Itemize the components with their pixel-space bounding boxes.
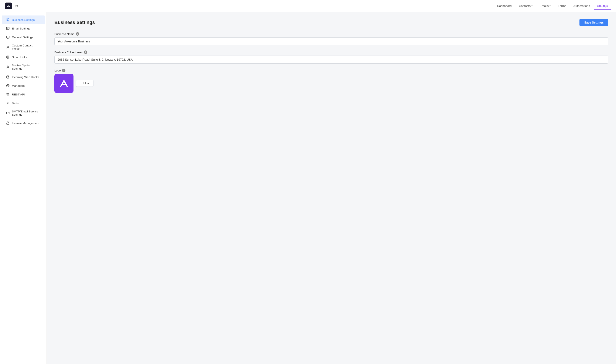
top-nav: Pro Dashboard Contacts ▾ Emails ▾ Forms … [0, 0, 616, 12]
logo-section: + Upload [54, 74, 608, 93]
monitor-icon [6, 35, 10, 39]
save-settings-button[interactable]: Save Settings [579, 19, 608, 26]
api-icon [6, 92, 10, 96]
sidebar-label-email-settings: Email Settings [12, 27, 30, 30]
upload-logo-button[interactable]: + Upload [76, 80, 94, 87]
business-address-group: Business Full Address i [54, 51, 608, 64]
business-address-input[interactable] [54, 56, 608, 64]
emails-chevron-icon: ▾ [549, 5, 551, 7]
mail-icon [6, 26, 10, 30]
sidebar-label-managers: Managers [12, 84, 25, 87]
business-name-input[interactable] [54, 37, 608, 45]
logo-info-icon[interactable]: i [62, 69, 65, 72]
svg-point-6 [7, 46, 8, 47]
managers-icon [6, 84, 10, 88]
sidebar-label-incoming-webhooks: Incoming Web Hooks [12, 76, 39, 79]
svg-point-9 [7, 66, 8, 67]
business-name-info-icon[interactable]: i [76, 32, 79, 36]
svg-point-12 [7, 103, 8, 104]
sidebar-item-incoming-webhooks[interactable]: Incoming Web Hooks [2, 73, 45, 81]
tools-icon [6, 101, 10, 105]
sidebar-item-custom-contact-fields[interactable]: Custom Contact Fields [2, 42, 45, 52]
main-content: Business Settings Save Settings Business… [47, 12, 616, 364]
sidebar-item-smtp[interactable]: SMTP/Email Service Settings [2, 107, 45, 118]
person-check-icon [6, 65, 10, 69]
business-name-group: Business Name i [54, 32, 608, 45]
sidebar-label-tools: Tools [12, 102, 19, 105]
sidebar-label-business-settings: Business Settings [12, 18, 35, 21]
webhook-icon [6, 75, 10, 79]
sidebar-label-double-optin: Double Opt-in Settings [12, 64, 41, 70]
sidebar-item-email-settings[interactable]: Email Settings [2, 24, 45, 33]
person-icon [6, 45, 10, 49]
file-icon [6, 18, 10, 22]
sidebar-item-smart-links[interactable]: Smart Links [2, 53, 45, 61]
sidebar-item-general-settings[interactable]: General Settings [2, 33, 45, 41]
nav-contacts[interactable]: Contacts ▾ [516, 2, 535, 9]
sidebar: Business Settings Email Settings General… [0, 12, 47, 364]
page-layout: Business Settings Email Settings General… [0, 12, 616, 364]
nav-forms[interactable]: Forms [555, 2, 569, 9]
nav-dashboard[interactable]: Dashboard [494, 2, 515, 9]
page-title: Business Settings [54, 20, 95, 25]
svg-rect-3 [6, 36, 9, 38]
lock-icon [6, 121, 10, 125]
app-name: Pro [14, 4, 18, 7]
page-header: Business Settings Save Settings [54, 19, 608, 26]
nav-links: Dashboard Contacts ▾ Emails ▾ Forms Auto… [494, 2, 611, 10]
business-address-info-icon[interactable]: i [84, 51, 87, 54]
business-name-label: Business Name i [54, 32, 608, 36]
sidebar-item-license[interactable]: License Management [2, 119, 45, 127]
nav-emails[interactable]: Emails ▾ [537, 2, 554, 9]
svg-rect-13 [7, 123, 9, 124]
logo-group: Logo i + Upload [54, 69, 608, 93]
nav-automations[interactable]: Automations [571, 2, 593, 9]
sidebar-label-general-settings: General Settings [12, 36, 33, 39]
sidebar-label-license: License Management [12, 122, 39, 125]
app-logo: Pro [5, 2, 18, 9]
sidebar-label-custom-contact-fields: Custom Contact Fields [12, 44, 41, 50]
business-address-label: Business Full Address i [54, 51, 608, 54]
contacts-chevron-icon: ▾ [532, 5, 532, 7]
logo-icon [5, 2, 12, 9]
sidebar-label-smart-links: Smart Links [12, 56, 27, 59]
logo-preview [54, 74, 73, 93]
sidebar-item-rest-api[interactable]: REST API [2, 90, 45, 99]
sidebar-item-double-optin[interactable]: Double Opt-in Settings [2, 62, 45, 73]
sidebar-item-managers[interactable]: Managers [2, 81, 45, 90]
sidebar-item-tools[interactable]: Tools [2, 99, 45, 107]
logo-label: Logo i [54, 69, 608, 72]
nav-settings[interactable]: Settings [594, 2, 611, 10]
sidebar-item-business-settings[interactable]: Business Settings [2, 15, 45, 24]
sidebar-label-smtp: SMTP/Email Service Settings [12, 110, 41, 116]
link-icon [6, 55, 10, 59]
sidebar-label-rest-api: REST API [12, 93, 25, 96]
smtp-icon [6, 111, 10, 115]
